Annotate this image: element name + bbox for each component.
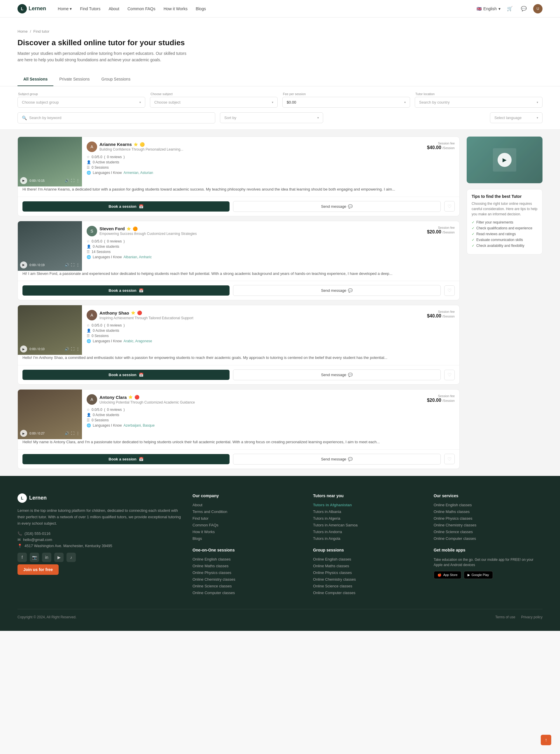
breadcrumb-home[interactable]: Home xyxy=(18,29,28,34)
footer-link-afghanistan[interactable]: Tutors in Afghanistan xyxy=(313,503,422,507)
more-icon[interactable]: ⋮ xyxy=(76,347,80,351)
footer-link-find-tutor[interactable]: Find tutor xyxy=(193,516,301,521)
tutor-video[interactable]: ▶ 0:00 / 0:27 🔊 ⛶ ⋮ xyxy=(18,389,82,439)
subject-group-select[interactable]: Choose subject group ▾ xyxy=(18,97,145,108)
chevron-down-icon: ▾ xyxy=(537,116,538,119)
footer-link-physics-svc[interactable]: Online Physics classes xyxy=(434,516,542,521)
play-button[interactable]: ▶ xyxy=(20,346,27,352)
book-session-button[interactable]: Book a session 📅 xyxy=(22,285,229,295)
linkedin-icon[interactable]: in xyxy=(42,553,51,562)
footer-link-english-1on1[interactable]: Online English classes xyxy=(193,557,301,561)
fullscreen-icon[interactable]: ⛶ xyxy=(71,178,74,183)
book-session-button[interactable]: Book a session 📅 xyxy=(22,370,229,380)
google-play-badge[interactable]: ▶ Google Play xyxy=(464,571,493,579)
tutor-video[interactable]: ▶ 0:00 / 0:15 🔊 ⛶ ⋮ xyxy=(18,137,82,187)
book-session-button[interactable]: Book a session 📅 xyxy=(22,201,229,212)
nav-how-it-works[interactable]: How it Works xyxy=(164,6,187,11)
privacy-policy-link[interactable]: Privacy policy xyxy=(521,615,542,619)
nav-faqs[interactable]: Common FAQs xyxy=(127,6,156,11)
sort-select[interactable]: Sort by ▾ xyxy=(220,112,323,123)
footer-link-maths-svc[interactable]: Online Maths classes xyxy=(434,509,542,514)
facebook-icon[interactable]: f xyxy=(18,553,27,562)
tab-private-sessions[interactable]: Private Sessions xyxy=(53,73,95,86)
footer-link-science-group[interactable]: Online Science classes xyxy=(313,584,422,588)
book-session-button[interactable]: Book a session 📅 xyxy=(22,454,229,464)
play-button[interactable]: ▶ xyxy=(20,177,27,184)
fullscreen-icon[interactable]: ⛶ xyxy=(71,263,74,267)
tab-group-sessions[interactable]: Group Sessions xyxy=(96,73,137,86)
volume-icon[interactable]: 🔊 xyxy=(65,347,69,351)
send-message-button[interactable]: Send message 💬 xyxy=(233,369,441,380)
favorite-button[interactable]: ♡ xyxy=(444,201,455,212)
play-button[interactable]: ▶ xyxy=(20,430,27,437)
play-icon[interactable]: ▶ xyxy=(498,153,512,167)
footer-link-american-samoa[interactable]: Tutors in American Samoa xyxy=(313,523,422,527)
language-selector[interactable]: 🇬🇧 English ▾ xyxy=(477,6,500,11)
user-avatar[interactable]: U xyxy=(533,4,542,14)
favorite-button[interactable]: ♡ xyxy=(444,285,455,296)
footer-link-about[interactable]: About xyxy=(193,503,301,507)
footer-link-maths-group[interactable]: Online Maths classes xyxy=(313,564,422,568)
more-icon[interactable]: ⋮ xyxy=(76,178,80,183)
fullscreen-icon[interactable]: ⛶ xyxy=(71,431,74,436)
footer-link-science-svc[interactable]: Online Science classes xyxy=(434,529,542,534)
footer-link-andorra[interactable]: Tutors in Andorra xyxy=(313,529,422,534)
favorite-button[interactable]: ♡ xyxy=(444,454,455,464)
footer-link-english-svc[interactable]: Online English classes xyxy=(434,503,542,507)
tiktok-icon[interactable]: ♪ xyxy=(66,553,76,562)
footer-link-computer-1on1[interactable]: Online Computer classes xyxy=(193,591,301,595)
join-us-button[interactable]: Join us for free xyxy=(18,564,59,575)
sidebar-video[interactable]: ▶ xyxy=(467,137,542,183)
nav-find-tutors[interactable]: Find Tutors xyxy=(80,6,100,11)
youtube-icon[interactable]: ▶ xyxy=(54,553,64,562)
footer-link-how-it-works[interactable]: How it Works xyxy=(193,529,301,534)
nav-blogs[interactable]: Blogs xyxy=(196,6,206,11)
footer-link-computer-svc[interactable]: Online Computer classes xyxy=(434,536,542,541)
video-time: 0:00 / 0:27 xyxy=(29,431,45,435)
footer-link-computer-group[interactable]: Online Computer classes xyxy=(313,591,422,595)
more-icon[interactable]: ⋮ xyxy=(76,263,80,267)
nav-logo[interactable]: L Lernen xyxy=(18,4,46,14)
language-filter[interactable]: Select language ▾ xyxy=(490,112,542,123)
footer-link-english-group[interactable]: Online English classes xyxy=(313,557,422,561)
footer-link-physics-1on1[interactable]: Online Physics classes xyxy=(193,571,301,575)
footer-link-angola[interactable]: Tutors in Angola xyxy=(313,536,422,541)
tutor-video[interactable]: ▶ 0:00 / 0:19 🔊 ⛶ ⋮ xyxy=(18,221,82,271)
nav-about[interactable]: About xyxy=(108,6,119,11)
footer-link-maths-1on1[interactable]: Online Maths classes xyxy=(193,564,301,568)
send-message-button[interactable]: Send message 💬 xyxy=(233,285,441,296)
favorite-button[interactable]: ♡ xyxy=(444,370,455,380)
send-message-button[interactable]: Send message 💬 xyxy=(233,201,441,212)
footer-link-chemistry-1on1[interactable]: Online Chemistry classes xyxy=(193,577,301,582)
location-select[interactable]: Search by country ▾ xyxy=(415,97,542,108)
fee-select[interactable]: $0.00 ▾ xyxy=(282,97,410,108)
volume-icon[interactable]: 🔊 xyxy=(65,263,69,267)
tab-all-sessions[interactable]: All Sessions xyxy=(18,73,53,86)
instagram-icon[interactable]: 📷 xyxy=(30,553,39,562)
more-icon[interactable]: ⋮ xyxy=(76,431,80,436)
footer-link-chemistry-group[interactable]: Online Chemistry classes xyxy=(313,577,422,582)
chat-icon[interactable]: 💬 xyxy=(519,4,528,14)
tutor-video[interactable]: ▶ 0:00 / 0:10 🔊 ⛶ ⋮ xyxy=(18,305,82,355)
footer-link-albania[interactable]: Tutors in Albania xyxy=(313,509,422,514)
send-message-button[interactable]: Send message 💬 xyxy=(233,454,441,465)
footer-link-science-1on1[interactable]: Online Science classes xyxy=(193,584,301,588)
app-store-badge[interactable]: 🍎 App Store xyxy=(434,571,461,579)
session-fee: Session fee $20.00 /Session xyxy=(427,226,455,235)
nav-home[interactable]: Home ▾ xyxy=(58,6,72,11)
footer-link-algeria[interactable]: Tutors in Algeria xyxy=(313,516,422,521)
footer-link-physics-group[interactable]: Online Physics classes xyxy=(313,571,422,575)
cart-icon[interactable]: 🛒 xyxy=(505,4,515,14)
footer-link-faqs[interactable]: Common FAQs xyxy=(193,523,301,527)
terms-of-use-link[interactable]: Terms of use xyxy=(495,615,515,619)
subject-select[interactable]: Choose subject ▾ xyxy=(150,97,278,108)
play-button[interactable]: ▶ xyxy=(20,262,27,268)
volume-icon[interactable]: 🔊 xyxy=(65,178,69,183)
footer-link-terms[interactable]: Terms and Condition xyxy=(193,509,301,514)
volume-icon[interactable]: 🔊 xyxy=(65,431,69,436)
keyword-search[interactable]: 🔍 Search by keyword xyxy=(18,112,215,123)
footer-link-chemistry-svc[interactable]: Online Chemistry classes xyxy=(434,523,542,527)
footer-link-blogs[interactable]: Blogs xyxy=(193,536,301,541)
tutors-list: ▶ 0:00 / 0:15 🔊 ⛶ ⋮ A xyxy=(18,137,460,469)
fullscreen-icon[interactable]: ⛶ xyxy=(71,347,74,351)
